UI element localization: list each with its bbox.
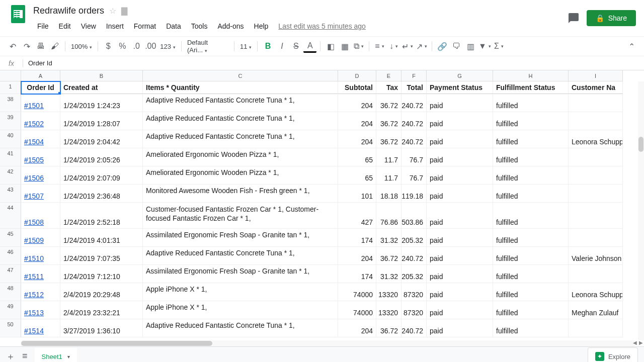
- doc-title[interactable]: Redrawlife orders: [33, 6, 104, 16]
- strike-button[interactable]: S: [289, 40, 302, 53]
- row-header-41[interactable]: 41: [0, 148, 21, 166]
- cell-tax[interactable]: 36.72: [376, 130, 401, 148]
- row-header-46[interactable]: 46: [0, 247, 21, 265]
- rotate-button[interactable]: ↗: [415, 40, 428, 53]
- paint-format-button[interactable]: 🖌: [48, 40, 61, 53]
- undo-button[interactable]: ↶: [6, 40, 19, 53]
- cell-payment[interactable]: paid: [427, 130, 493, 148]
- sheets-logo[interactable]: [8, 4, 28, 24]
- fill-color-button[interactable]: ◧: [324, 40, 337, 53]
- star-icon[interactable]: ☆: [109, 6, 116, 16]
- cell-created[interactable]: 3/27/2019 1:36:10: [60, 319, 143, 337]
- h-align-button[interactable]: ≡: [373, 40, 386, 53]
- header-cell-C[interactable]: Items * Quantity: [143, 81, 338, 94]
- cell-customer[interactable]: [569, 166, 623, 185]
- cell-total[interactable]: 205.32: [401, 229, 427, 247]
- menu-view[interactable]: View: [77, 20, 100, 32]
- cell-subtotal[interactable]: 204: [338, 247, 376, 265]
- row-header-1[interactable]: 1: [0, 81, 21, 94]
- currency-button[interactable]: $: [102, 40, 115, 53]
- cell-customer[interactable]: [569, 319, 623, 337]
- cell-customer[interactable]: [569, 148, 623, 166]
- borders-button[interactable]: ▦: [338, 40, 351, 53]
- cell-payment[interactable]: paid: [427, 94, 493, 112]
- cell-payment[interactable]: paid: [427, 229, 493, 247]
- functions-button[interactable]: Σ: [492, 40, 505, 53]
- row-header-38[interactable]: 38: [0, 94, 21, 112]
- row-header-50[interactable]: 50: [0, 319, 21, 337]
- cell-tax[interactable]: 36.72: [376, 319, 401, 337]
- menu-file[interactable]: File: [33, 20, 53, 32]
- cell-total[interactable]: 240.72: [401, 319, 427, 337]
- cell-items[interactable]: Assimilated Ergonomic Fresh Soap - Grani…: [143, 229, 338, 247]
- explore-button[interactable]: ✦ Explore: [588, 347, 638, 362]
- print-button[interactable]: 🖶: [34, 40, 47, 53]
- cell-tax[interactable]: 31.32: [376, 229, 401, 247]
- v-align-button[interactable]: ↓: [387, 40, 400, 53]
- cell-items[interactable]: Adaptive Reduced Fantastic Concrete Tuna…: [143, 247, 338, 265]
- cell-fulfill[interactable]: fulfilled: [493, 283, 569, 301]
- col-header-B[interactable]: B: [60, 70, 143, 81]
- formula-input[interactable]: Order Id: [23, 59, 644, 67]
- cell-tax[interactable]: 36.72: [376, 94, 401, 112]
- col-header-C[interactable]: C: [143, 70, 338, 81]
- cell-subtotal[interactable]: 174: [338, 229, 376, 247]
- row-header-49[interactable]: 49: [0, 301, 21, 319]
- move-folder-icon[interactable]: ▇: [121, 6, 127, 16]
- cell-fulfill[interactable]: fulfilled: [493, 301, 569, 319]
- cell-payment[interactable]: paid: [427, 283, 493, 301]
- menu-data[interactable]: Data: [162, 20, 185, 32]
- menu-insert[interactable]: Insert: [102, 20, 128, 32]
- cell-tax[interactable]: 18.18: [376, 185, 401, 203]
- cell-payment[interactable]: paid: [427, 166, 493, 185]
- cell-created[interactable]: 1/24/2019 2:04:42: [60, 130, 143, 148]
- cell-total[interactable]: 87320: [401, 283, 427, 301]
- cell-subtotal[interactable]: 65: [338, 166, 376, 185]
- header-cell-I[interactable]: Customer Na: [569, 81, 623, 94]
- sheet-menu-icon[interactable]: ▾: [67, 354, 70, 359]
- cell-orderid[interactable]: #1512: [21, 283, 60, 301]
- cell-tax[interactable]: 36.72: [376, 247, 401, 265]
- cell-items[interactable]: Apple iPhone X * 1,: [143, 301, 338, 319]
- cell-orderid[interactable]: #1510: [21, 247, 60, 265]
- zoom-select[interactable]: 100%: [69, 43, 94, 50]
- cell-orderid[interactable]: #1509: [21, 229, 60, 247]
- increase-decimal-button[interactable]: .00: [144, 40, 157, 53]
- cell-customer[interactable]: Meghan Zulauf: [569, 301, 623, 319]
- font-size-select[interactable]: 11: [238, 43, 254, 50]
- cell-subtotal[interactable]: 74000: [338, 301, 376, 319]
- cell-subtotal[interactable]: 427: [338, 203, 376, 229]
- cell-created[interactable]: 1/24/2019 2:07:09: [60, 166, 143, 185]
- header-cell-A[interactable]: Order Id: [21, 81, 60, 94]
- cell-created[interactable]: 1/24/2019 7:12:10: [60, 265, 143, 283]
- cell-items[interactable]: Adaptive Reduced Fantastic Concrete Tuna…: [143, 112, 338, 130]
- cell-subtotal[interactable]: 204: [338, 319, 376, 337]
- cell-payment[interactable]: paid: [427, 203, 493, 229]
- cell-total[interactable]: 87320: [401, 301, 427, 319]
- cell-orderid[interactable]: #1511: [21, 265, 60, 283]
- cell-customer[interactable]: [569, 203, 623, 229]
- cell-orderid[interactable]: #1507: [21, 185, 60, 203]
- col-header-F[interactable]: F: [401, 70, 427, 81]
- cell-orderid[interactable]: #1514: [21, 319, 60, 337]
- row-header-43[interactable]: 43: [0, 185, 21, 203]
- insert-chart-button[interactable]: ▥: [464, 40, 477, 53]
- italic-button[interactable]: I: [275, 40, 288, 53]
- select-all-corner[interactable]: [0, 70, 21, 81]
- cell-tax[interactable]: 36.72: [376, 112, 401, 130]
- header-cell-H[interactable]: Fulfillment Status: [493, 81, 569, 94]
- cell-fulfill[interactable]: fulfilled: [493, 166, 569, 185]
- menu-add-ons[interactable]: Add-ons: [213, 20, 248, 32]
- col-header-I[interactable]: I: [569, 70, 623, 81]
- cell-payment[interactable]: paid: [427, 265, 493, 283]
- cell-subtotal[interactable]: 204: [338, 94, 376, 112]
- cell-tax[interactable]: 13320: [376, 283, 401, 301]
- vertical-scrollbar[interactable]: [638, 81, 644, 340]
- cell-tax[interactable]: 13320: [376, 301, 401, 319]
- bold-button[interactable]: B: [261, 40, 274, 53]
- cell-items[interactable]: Assimilated Ergonomic Fresh Soap - Grani…: [143, 265, 338, 283]
- cell-fulfill[interactable]: fulfilled: [493, 319, 569, 337]
- share-button[interactable]: 🔒 Share: [587, 10, 636, 26]
- cell-tax[interactable]: 76.86: [376, 203, 401, 229]
- cell-created[interactable]: 2/4/2019 23:32:21: [60, 301, 143, 319]
